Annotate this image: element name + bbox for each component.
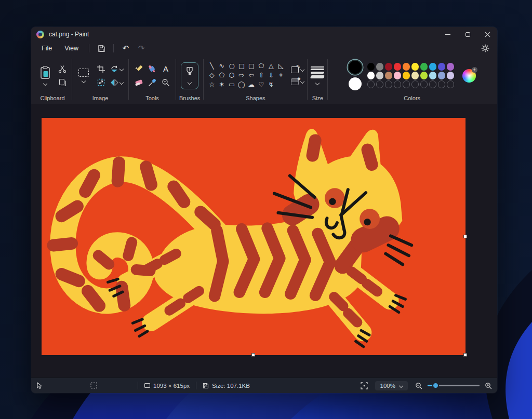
palette-color[interactable]: [420, 63, 428, 71]
brushes-button[interactable]: [181, 62, 198, 89]
palette-empty-slot[interactable]: [429, 80, 437, 88]
copy-button[interactable]: [56, 77, 69, 88]
minimize-button[interactable]: [438, 27, 458, 42]
settings-button[interactable]: [478, 43, 492, 54]
eraser-icon: [135, 78, 143, 86]
palette-color[interactable]: [367, 63, 375, 71]
size-chevron-icon: [315, 81, 320, 85]
paint-app-icon: [36, 31, 44, 38]
shape-rounded-rectangle[interactable]: ▢: [248, 63, 255, 70]
color-palette: [367, 62, 455, 89]
palette-color[interactable]: [394, 72, 402, 79]
palette-empty-slot[interactable]: [420, 80, 428, 88]
rotate-button[interactable]: [108, 63, 125, 75]
zoom-slider[interactable]: [428, 385, 480, 386]
crop-button[interactable]: [95, 63, 107, 75]
paste-button[interactable]: [36, 64, 54, 87]
flip-button[interactable]: [108, 77, 125, 88]
shape-cloud-callout[interactable]: ☁: [248, 82, 255, 88]
shape-oval[interactable]: ○: [229, 63, 234, 70]
palette-color[interactable]: [438, 63, 446, 71]
color-picker-tool[interactable]: [146, 77, 158, 88]
magnifier-tool[interactable]: [159, 77, 172, 88]
shape-arrow-left[interactable]: ⇦: [249, 72, 254, 79]
color2-swatch[interactable]: [349, 77, 362, 90]
shape-six-point-star[interactable]: ✶: [219, 82, 224, 88]
cut-button[interactable]: [56, 63, 69, 75]
shape-four-point-star[interactable]: ✧: [278, 72, 284, 79]
palette-empty-slot[interactable]: [447, 80, 455, 88]
palette-color[interactable]: [447, 63, 455, 71]
palette-color[interactable]: [411, 72, 419, 79]
palette-color[interactable]: [403, 63, 410, 71]
palette-color[interactable]: [411, 63, 419, 71]
palette-color[interactable]: [394, 63, 402, 71]
palette-empty-slot[interactable]: [385, 80, 393, 88]
resize-handle-bottom[interactable]: [251, 353, 255, 357]
maximize-button[interactable]: [458, 27, 477, 42]
palette-empty-slot[interactable]: [411, 80, 419, 88]
shape-line[interactable]: ╲: [210, 63, 214, 70]
shape-arrow-down[interactable]: ⇩: [269, 72, 274, 79]
palette-color[interactable]: [376, 72, 384, 79]
undo-button[interactable]: ↶: [119, 43, 132, 54]
shape-rounded-callout[interactable]: ▭: [229, 82, 235, 88]
shape-rectangle[interactable]: □: [238, 63, 245, 70]
palette-color[interactable]: [385, 63, 393, 71]
zoom-out-button[interactable]: [415, 382, 422, 389]
shape-outline-button[interactable]: [291, 66, 304, 73]
shape-diamond[interactable]: ◇: [209, 72, 215, 79]
eraser-tool[interactable]: [132, 77, 145, 88]
pencil-tool[interactable]: [132, 63, 145, 75]
shape-hexagon[interactable]: ⬡: [229, 72, 234, 79]
shape-arrow-up[interactable]: ⇧: [259, 72, 264, 79]
palette-empty-slot[interactable]: [376, 80, 384, 88]
menu-view[interactable]: View: [59, 43, 84, 53]
drawing-canvas[interactable]: [42, 118, 466, 355]
select-chevron-icon: [82, 79, 86, 83]
edit-colors-button[interactable]: [462, 69, 476, 83]
palette-color[interactable]: [420, 72, 428, 79]
shape-oval-callout[interactable]: ◯: [238, 82, 245, 88]
palette-empty-slot[interactable]: [367, 80, 375, 88]
menu-file[interactable]: File: [36, 43, 57, 53]
zoom-slider-thumb[interactable]: [432, 382, 439, 389]
shape-pentagon[interactable]: ⬠: [219, 72, 224, 79]
resize-button[interactable]: [95, 77, 107, 88]
palette-empty-slot[interactable]: [403, 80, 410, 88]
palette-color[interactable]: [367, 72, 375, 79]
shape-heart[interactable]: ♡: [258, 82, 264, 88]
shape-polygon[interactable]: ⬠: [258, 63, 264, 70]
resize-handle-right[interactable]: [463, 235, 467, 238]
zoom-dropdown[interactable]: 100%: [375, 381, 408, 390]
maximize-icon: [466, 32, 470, 37]
resize-handle-corner[interactable]: [463, 353, 467, 357]
fill-tool[interactable]: [146, 63, 158, 75]
save-button[interactable]: [95, 43, 108, 54]
zoom-in-button[interactable]: [485, 382, 492, 389]
minimize-icon: [445, 34, 450, 35]
redo-button[interactable]: ↷: [135, 43, 148, 54]
shape-right-triangle[interactable]: ◺: [278, 63, 284, 70]
shape-fill-button[interactable]: [291, 78, 304, 85]
text-tool[interactable]: A: [159, 63, 172, 75]
size-icon[interactable]: [311, 66, 324, 78]
palette-empty-slot[interactable]: [438, 80, 446, 88]
palette-color[interactable]: [385, 72, 393, 79]
palette-color[interactable]: [447, 72, 455, 79]
fit-to-window-button[interactable]: [361, 382, 368, 389]
shape-arrow-right[interactable]: ⇨: [239, 72, 244, 79]
shape-triangle[interactable]: △: [269, 63, 274, 70]
shape-curve[interactable]: ∿: [219, 63, 224, 70]
shape-lightning[interactable]: ↯: [269, 82, 274, 88]
palette-color[interactable]: [438, 72, 446, 79]
shape-five-point-star[interactable]: ☆: [209, 82, 215, 88]
select-button[interactable]: [75, 66, 92, 85]
palette-color[interactable]: [403, 72, 410, 79]
color1-swatch[interactable]: [349, 61, 362, 74]
palette-color[interactable]: [429, 63, 437, 71]
palette-color[interactable]: [429, 72, 437, 79]
close-button[interactable]: [477, 27, 497, 42]
palette-empty-slot[interactable]: [394, 80, 402, 88]
palette-color[interactable]: [376, 63, 384, 71]
